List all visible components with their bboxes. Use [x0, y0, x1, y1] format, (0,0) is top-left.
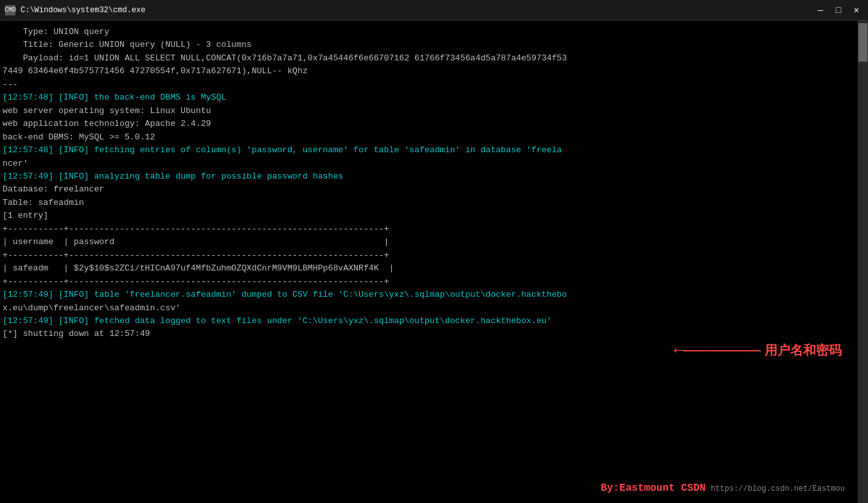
terminal-line: | safeadm | $2y$10$s2ZCi/tHICnA97uf4MfbZ…: [3, 262, 858, 275]
terminal-line: [12:57:49] [INFO] analyzing table dump f…: [3, 170, 858, 183]
window-title: C:\Windows\system32\cmd.exe: [21, 6, 814, 15]
terminal-line: web server operating system: Linux Ubunt…: [3, 105, 858, 118]
title-bar: CMD C:\Windows\system32\cmd.exe — □ ✕: [0, 0, 868, 21]
scrollbar[interactable]: [858, 21, 868, 503]
watermark-url: https://blog.csdn.net/Eastmou: [711, 484, 845, 493]
terminal-line: ncer': [3, 157, 858, 170]
annotation-arrow: ←————————: [674, 337, 759, 364]
terminal-line: Type: UNION query: [3, 26, 858, 39]
window-icon: CMD: [5, 5, 15, 15]
terminal-line: +-----------+---------------------------…: [3, 223, 858, 236]
terminal-line: [1 entry]: [3, 209, 858, 222]
cmd-window: CMD C:\Windows\system32\cmd.exe — □ ✕ Ty…: [0, 0, 868, 503]
terminal-line: ---: [3, 78, 858, 91]
terminal-line: x.eu\dump\freelancer\safeadmin.csv': [3, 302, 858, 315]
window-controls: — □ ✕: [814, 6, 863, 15]
annotation-overlay: ←———————— 用户名和密码: [674, 337, 842, 364]
content-area: Type: UNION query Title: Generic UNION q…: [0, 21, 868, 503]
terminal-line: [12:57:48] [INFO] fetching entries of co…: [3, 144, 858, 157]
close-button[interactable]: ✕: [850, 6, 863, 15]
terminal-line: Database: freelancer: [3, 183, 858, 196]
watermark-brand: By:Eastmount CSDN: [601, 482, 705, 494]
terminal-line: [12:57:49] [INFO] fetched data logged to…: [3, 315, 858, 328]
watermark: By:Eastmount CSDN https://blog.csdn.net/…: [601, 481, 845, 497]
terminal-line: Payload: id=1 UNION ALL SELECT NULL,CONC…: [3, 52, 858, 65]
terminal-output[interactable]: Type: UNION query Title: Generic UNION q…: [0, 21, 858, 503]
terminal-line: Table: safeadmin: [3, 197, 858, 209]
terminal-line: +-----------+---------------------------…: [3, 249, 858, 262]
scrollbar-thumb[interactable]: [858, 23, 867, 62]
terminal-line: web application technology: Apache 2.4.2…: [3, 118, 858, 130]
terminal-line: +-----------+---------------------------…: [3, 276, 858, 288]
minimize-button[interactable]: —: [814, 6, 827, 15]
terminal-line: back-end DBMS: MySQL >= 5.0.12: [3, 131, 858, 144]
annotation-label: 用户名和密码: [765, 340, 842, 360]
terminal-line: 7449 63464e6f4b575771456 47270554f,0x717…: [3, 65, 858, 78]
terminal-line: [12:57:49] [INFO] table 'freelancer.safe…: [3, 288, 858, 301]
maximize-button[interactable]: □: [832, 6, 845, 15]
terminal-line: Title: Generic UNION query (NULL) - 3 co…: [3, 39, 858, 51]
terminal-line: | username | password |: [3, 236, 858, 249]
terminal-line: [12:57:48] [INFO] the back-end DBMS is M…: [3, 91, 858, 104]
